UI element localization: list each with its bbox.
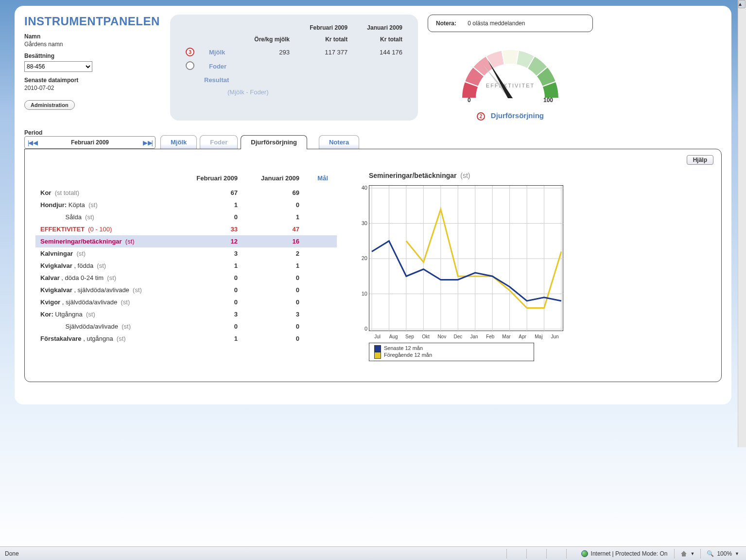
table-row[interactable]: Kor: Utgångna (st)33 (35, 308, 337, 320)
tab-bar: Mjölk Foder Djurförsörjning Notera (160, 135, 359, 149)
mjolk-c1: 293 (241, 46, 295, 58)
summary-col1-head: Öre/kg mjölk (241, 34, 295, 45)
tab-mjolk[interactable]: Mjölk (160, 135, 197, 149)
tab-djurforsorjning[interactable]: Djurförsörjning (241, 135, 307, 149)
namn-value: Gårdens namn (24, 41, 160, 48)
mjolk-c3: 144 176 (353, 46, 407, 58)
notera-box[interactable]: Notera: 0 olästa meddelanden (428, 15, 593, 32)
table-row[interactable]: Sålda (st)01 (35, 211, 337, 223)
status-ie-mode: Internet | Protected Mode: On (591, 550, 668, 557)
chart-x-axis: JulAugSepOktNovDecJanFebMarAprMajJun (369, 334, 563, 339)
resultat-sub: (Mjölk - Foder) (204, 87, 407, 98)
table-row[interactable]: Hondjur: Köpta (st)10 (35, 199, 337, 211)
period-navigator: |◀ ◀ Februari 2009 ▶ ▶| (24, 136, 156, 149)
svg-text:0: 0 (468, 97, 471, 104)
mjolk-c2: 117 377 (295, 46, 352, 58)
table-row[interactable]: Kvigor , självdöda/avlivade (st)00 (35, 296, 337, 308)
besattning-label: Besättning (24, 52, 160, 59)
tab-foder[interactable]: Foder (200, 135, 238, 149)
administration-button[interactable]: Administration (24, 100, 75, 110)
browser-statusbar: Done Internet | Protected Mode: On ▼ 🔍 1… (0, 546, 746, 560)
th-c2: Januari 2009 (246, 172, 308, 187)
gauge: 0100EFFEKTIVITET 2 Djurförsörjning (452, 40, 569, 121)
foder-link[interactable]: Foder (204, 59, 240, 73)
notera-msg: 0 olästa meddelanden (468, 20, 525, 27)
status-zoom[interactable]: 100% (717, 550, 732, 557)
help-button[interactable]: Hjälp (687, 155, 713, 165)
table-row[interactable]: Kalvar , döda 0-24 tim (st)00 (35, 272, 337, 284)
resultat-link[interactable]: Resultat (204, 74, 240, 86)
summary-col3-head: Kr totalt (353, 34, 407, 45)
zoom-dropdown-icon[interactable]: ▼ (735, 551, 739, 556)
svg-text:EFFEKTIVITET: EFFEKTIVITET (486, 83, 535, 88)
mjolk-badge: 3 (186, 48, 194, 56)
th-c1: Februari 2009 (181, 172, 246, 187)
notera-label: Notera: (436, 20, 456, 27)
table-row[interactable]: Kor (st totalt)6769 (35, 187, 337, 199)
chart-plot-area: JulAugSepOktNovDecJanFebMarAprMajJun 010… (369, 185, 563, 331)
vertical-scrollbar[interactable]: ▴ (738, 0, 746, 447)
import-label: Senaste dataimport (24, 77, 160, 84)
besattning-select[interactable]: 88-456 (24, 61, 92, 72)
period-last-icon[interactable]: ▶ ▶| (143, 139, 152, 146)
th-mal: Mål (308, 172, 337, 187)
period-first-icon[interactable]: |◀ ◀ (28, 139, 37, 146)
period-label: Period (24, 129, 156, 136)
foder-badge-empty (186, 61, 194, 70)
namn-label: Namn (24, 33, 160, 40)
zoom-icon[interactable]: 🔍 (707, 550, 714, 557)
mjolk-link[interactable]: Mjölk (204, 46, 240, 58)
main-card: INSTRUMENTPANELEN Namn Gårdens namn Besä… (15, 6, 731, 404)
table-row[interactable]: Kvigkalvar , självdöda/avlivade (st)00 (35, 284, 337, 296)
table-row[interactable]: Självdöda/avlivade (st)00 (35, 320, 337, 332)
import-value: 2010-07-02 (24, 85, 160, 91)
status-done: Done (3, 550, 19, 557)
globe-icon (581, 550, 588, 557)
table-row[interactable]: Kvigkalvar , födda (st)11 (35, 260, 337, 272)
tab-notera[interactable]: Notera (319, 135, 359, 149)
summary-col2-head: Kr totalt (295, 34, 352, 45)
page-title: INSTRUMENTPANELEN (24, 15, 160, 28)
scroll-arrow-up-icon[interactable]: ▴ (738, 0, 746, 8)
period-value: Februari 2009 (71, 139, 109, 146)
chart-legend: Senaste 12 månFöregående 12 mån (369, 343, 534, 361)
data-table: Februari 2009 Januari 2009 Mål Kor (st t… (35, 172, 337, 361)
summary-col3-top: Januari 2009 (353, 22, 407, 33)
summary-panel: Februari 2009 Januari 2009 Öre/kg mjölk … (170, 15, 418, 121)
home-icon[interactable] (680, 550, 687, 557)
table-row[interactable]: EFFEKTIVITET (0 - 100)3347 (35, 223, 337, 235)
table-row[interactable]: Kalvningar (st)32 (35, 247, 337, 260)
summary-col2-top: Februari 2009 (295, 22, 352, 33)
content-panel: Hjälp Februari 2009 Januari 2009 Mål Kor… (24, 149, 722, 382)
svg-text:100: 100 (543, 97, 553, 104)
gauge-link[interactable]: Djurförsörjning (491, 111, 544, 120)
table-row[interactable]: Semineringar/betäckningar (st)1216 (35, 235, 337, 247)
chart-title: Semineringar/betäckningar (st) (369, 172, 711, 179)
gauge-badge: 2 (477, 112, 485, 121)
table-row[interactable]: Förstakalvare , utgångna (st)10 (35, 332, 337, 345)
home-dropdown-icon[interactable]: ▼ (690, 551, 694, 556)
